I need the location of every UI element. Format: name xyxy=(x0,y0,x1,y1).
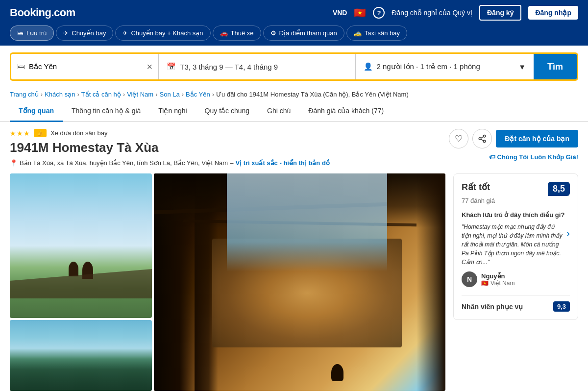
register-button[interactable]: Đăng ký xyxy=(479,5,521,21)
nav-tab-combo-label: Chuyến bay + Khách sạn xyxy=(131,29,203,37)
genius-icon: 👍 xyxy=(37,130,44,136)
property-address: 📍 Bản Tà Xùa, xã Tà Xùa, huyện Bắc Yên, … xyxy=(10,159,449,167)
breadcrumb-sep-3: › xyxy=(155,91,157,98)
guests-display: 2 người lớn · 1 trẻ em · 1 phòng xyxy=(377,62,480,71)
svg-point-1 xyxy=(479,138,482,140)
svg-point-0 xyxy=(484,135,486,138)
share-button[interactable] xyxy=(472,129,492,148)
address-text: Bản Tà Xùa, xã Tà Xùa, huyện Bắc Yên, tỉ… xyxy=(20,159,228,167)
airport-transfer-badge: Xe đưa đón sân bay xyxy=(50,129,107,137)
guests-field[interactable]: 👤 2 người lớn · 1 trẻ em · 1 phòng ▼ xyxy=(356,54,534,79)
address-separator: – xyxy=(230,159,233,167)
rating-label: Rất tốt xyxy=(462,182,490,193)
taxi-icon: 🚕 xyxy=(354,29,362,37)
svg-line-3 xyxy=(481,139,484,141)
tab-amenities[interactable]: Tiện nghi xyxy=(149,101,196,122)
breadcrumb-home[interactable]: Trang chủ xyxy=(10,91,39,98)
car-icon: 🚗 xyxy=(220,29,228,37)
location-icon: 📍 xyxy=(10,159,18,167)
map-link[interactable]: Vị trí xuất sắc - hiển thị bản đồ xyxy=(235,159,329,167)
attractions-icon: ⚙ xyxy=(270,29,276,37)
property-badges: ★ ★ ★ 👍 Xe đưa đón sân bay xyxy=(10,129,449,137)
wishlist-button[interactable]: ♡ xyxy=(449,129,468,148)
reviewer-country-name: Việt Nam xyxy=(490,280,514,287)
svg-line-4 xyxy=(481,137,484,138)
photo-landscape[interactable] xyxy=(10,173,152,318)
staff-rating-row: Nhân viên phục vụ 9,3 xyxy=(462,295,570,312)
clear-destination-button[interactable]: × xyxy=(147,61,153,73)
breadcrumb-sep-4: › xyxy=(182,91,184,98)
rating-card: Rất tốt 8,5 77 đánh giá Khách lưu trú ở … xyxy=(453,173,578,320)
calendar-icon: 📅 xyxy=(167,62,176,71)
header: Booking.com VND 🇻🇳 ? Đăng chỗ nghỉ của Q… xyxy=(0,0,588,46)
gallery-left-column xyxy=(10,173,152,391)
nav-tab-car[interactable]: 🚗 Thuê xe xyxy=(213,25,261,41)
image-gallery xyxy=(10,173,445,391)
staff-rating-score: 9,3 xyxy=(553,301,570,312)
destination-field[interactable]: 🛏 × xyxy=(11,54,159,79)
main-content: Rất tốt 8,5 77 đánh giá Khách lưu trú ở … xyxy=(0,170,588,392)
breadcrumb-sep-2: › xyxy=(123,91,125,98)
destination-input[interactable] xyxy=(29,63,143,71)
svg-point-2 xyxy=(484,140,486,143)
breadcrumb-apartment[interactable]: Tất cả căn hộ xyxy=(81,91,121,98)
date-display: T3, 3 tháng 9 — T4, 4 tháng 9 xyxy=(180,63,278,71)
genius-badge: 👍 xyxy=(34,129,47,137)
breadcrumb-sonla[interactable]: Son La xyxy=(159,91,179,98)
nav-tab-stay-label: Lưu trú xyxy=(26,29,47,37)
nav-tab-taxi-label: Taxi sân bay xyxy=(365,29,400,37)
date-field[interactable]: 📅 T3, 3 tháng 9 — T4, 4 tháng 9 xyxy=(159,54,355,79)
review-question: Khách lưu trú ở đây thích điều gì? xyxy=(462,211,570,219)
nav-tab-stay[interactable]: 🛏 Lưu trú xyxy=(10,25,54,41)
star-rating: ★ ★ ★ xyxy=(10,129,30,137)
staff-rating-label: Nhân viên phục vụ xyxy=(462,303,523,311)
price-match-banner[interactable]: 🏷 Chúng Tôi Luôn Khớp Giá! xyxy=(489,153,578,161)
star-3: ★ xyxy=(24,129,30,137)
breadcrumb-current: Ưu đãi cho 1941M Homestay Tà Xùa (Căn hộ… xyxy=(216,91,409,98)
tab-overview[interactable]: Tổng quan xyxy=(10,101,63,122)
nav-tab-taxi[interactable]: 🚕 Taxi sân bay xyxy=(346,25,407,41)
property-name: 1941M Homestay Tà Xùa xyxy=(10,140,449,155)
nav-tab-attractions[interactable]: ⚙ Địa điểm tham quan xyxy=(263,25,344,41)
breadcrumb-sep-5: › xyxy=(212,91,214,98)
bed-icon: 🛏 xyxy=(17,29,24,37)
nav-tab-attractions-label: Địa điểm tham quan xyxy=(279,29,337,37)
nav-tab-flight-label: Chuyến bay xyxy=(72,29,106,37)
nav-tab-car-label: Thuê xe xyxy=(231,29,254,37)
price-match-text: Chúng Tôi Luôn Khớp Giá! xyxy=(497,153,578,161)
tab-rules[interactable]: Quy tắc chung xyxy=(196,101,259,122)
login-button[interactable]: Đăng nhập xyxy=(528,6,578,20)
property-tabs: Tổng quan Thông tin căn hộ & giá Tiện ng… xyxy=(0,101,588,122)
reviewer-name: Nguyễn xyxy=(481,272,514,280)
chevron-down-icon: ▼ xyxy=(518,63,526,71)
review-count: 77 đánh giá xyxy=(462,197,570,204)
breadcrumb-hotel[interactable]: Khách sạn xyxy=(45,91,75,98)
nav-tab-combo[interactable]: ✈ Chuyến bay + Khách sạn xyxy=(115,25,210,41)
photo-main[interactable] xyxy=(154,173,445,391)
property-header: ★ ★ ★ 👍 Xe đưa đón sân bay 1941M Homesta… xyxy=(0,122,588,170)
more-reviews-icon[interactable]: › xyxy=(566,227,570,240)
photo-valley[interactable] xyxy=(10,320,152,391)
tag-icon: 🏷 xyxy=(489,153,495,161)
tab-rooms[interactable]: Thông tin căn hộ & giá xyxy=(63,101,149,122)
breadcrumb-bacyen[interactable]: Bắc Yên xyxy=(186,91,210,98)
plane-icon: ✈ xyxy=(63,29,69,37)
tab-reviews[interactable]: Đánh giá của khách (77) xyxy=(299,101,392,122)
search-bar: 🛏 × 📅 T3, 3 tháng 9 — T4, 4 tháng 9 👤 2 … xyxy=(10,52,578,81)
search-button[interactable]: Tìm xyxy=(534,54,577,79)
star-2: ★ xyxy=(17,129,23,137)
breadcrumb-vietnam[interactable]: Việt Nam xyxy=(127,91,153,98)
sidebar: Rất tốt 8,5 77 đánh giá Khách lưu trú ở … xyxy=(453,173,578,391)
currency-selector[interactable]: VND xyxy=(333,9,347,17)
help-button[interactable]: ? xyxy=(373,7,385,19)
nav-tab-flight[interactable]: ✈ Chuyến bay xyxy=(56,25,113,41)
host-link[interactable]: Đăng chỗ nghỉ của Quý vị xyxy=(392,9,472,17)
breadcrumb: Trang chủ › Khách sạn › Tất cả căn hộ › … xyxy=(0,88,588,101)
review-text: "Homestay mộc mạc nhưng đầy đủ tiện nghi… xyxy=(462,222,563,267)
breadcrumb-sep-0: › xyxy=(41,91,43,98)
tab-notes[interactable]: Ghi chú xyxy=(258,101,299,122)
reviewer-info: N Nguyễn 🇻🇳 Việt Nam xyxy=(462,271,570,287)
star-1: ★ xyxy=(10,129,16,137)
flag-icon: 🇻🇳 xyxy=(354,7,366,19)
book-now-button[interactable]: Đặt căn hộ của bạn xyxy=(496,130,578,147)
